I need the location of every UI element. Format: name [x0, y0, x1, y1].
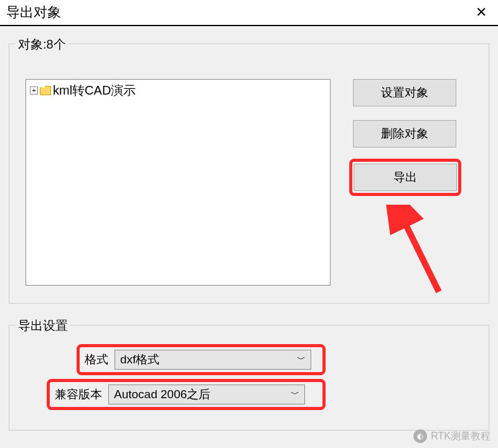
compat-combobox[interactable]: Autocad 2006之后 ﹀ — [108, 385, 305, 404]
format-label: 格式 — [85, 352, 108, 368]
compat-highlight: 兼容版本 Autocad 2006之后 ﹀ — [47, 379, 326, 410]
format-highlight: 格式 dxf格式 ﹀ — [77, 344, 326, 375]
export-dialog: 导出对象 ✕ 对象:8个 + kml转CAD演示 设置对象 删除对象 导出 — [0, 0, 498, 448]
delete-object-button[interactable]: 删除对象 — [353, 120, 456, 147]
tree-node[interactable]: + kml转CAD演示 — [26, 80, 330, 101]
delete-object-label: 删除对象 — [381, 126, 428, 142]
watermark-text: RTK测量教程 — [431, 430, 491, 443]
format-value: dxf格式 — [120, 352, 159, 368]
objects-group: 对象:8个 + kml转CAD演示 设置对象 删除对象 导出 — [9, 44, 489, 304]
settings-group: 导出设置 格式 dxf格式 ﹀ 兼容版本 Autocad 2006之后 ﹀ — [9, 325, 489, 431]
annotation-arrow-icon — [383, 205, 451, 298]
set-object-label: 设置对象 — [381, 85, 428, 101]
titlebar: 导出对象 ✕ — [0, 0, 498, 26]
svg-line-0 — [402, 216, 439, 292]
chevron-down-icon: ﹀ — [297, 354, 306, 365]
export-highlight: 导出 — [349, 159, 461, 196]
compat-value: Autocad 2006之后 — [114, 386, 210, 403]
expand-icon[interactable]: + — [30, 86, 38, 95]
watermark: ◐ RTK测量教程 — [413, 429, 491, 443]
close-icon[interactable]: ✕ — [471, 4, 492, 21]
wechat-icon: ◐ — [413, 429, 427, 443]
objects-legend: 对象:8个 — [16, 36, 68, 53]
folder-icon — [40, 86, 51, 95]
chevron-down-icon: ﹀ — [291, 389, 299, 400]
export-button[interactable]: 导出 — [354, 164, 457, 191]
object-tree[interactable]: + kml转CAD演示 — [26, 79, 331, 286]
content-area: 对象:8个 + kml转CAD演示 设置对象 删除对象 导出 — [0, 26, 498, 448]
window-title: 导出对象 — [6, 3, 61, 22]
tree-node-label: kml转CAD演示 — [53, 82, 136, 99]
settings-legend: 导出设置 — [16, 317, 70, 334]
format-combobox[interactable]: dxf格式 ﹀ — [115, 350, 311, 370]
set-object-button[interactable]: 设置对象 — [353, 79, 456, 106]
export-label: 导出 — [393, 169, 417, 185]
settings-rows: 格式 dxf格式 ﹀ 兼容版本 Autocad 2006之后 ﹀ — [47, 344, 326, 414]
compat-label: 兼容版本 — [55, 386, 102, 403]
